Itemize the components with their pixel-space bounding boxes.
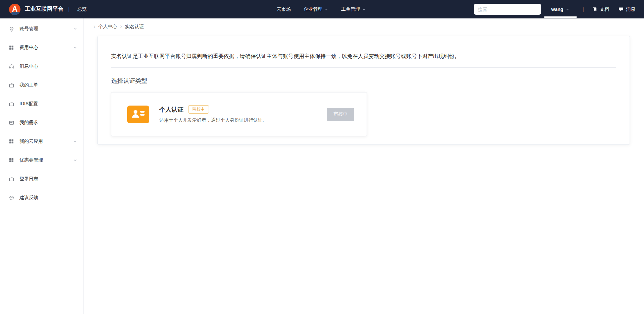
personal-auth-card[interactable]: 个人认证 审核中 适用于个人开发爱好者，通过个人身份证进行认证。 审核中: [111, 92, 367, 136]
nav-item-label: 云市场: [277, 6, 291, 12]
nav-link-docs[interactable]: 文档: [592, 6, 609, 12]
sidebar-item-account-management[interactable]: 账号管理: [0, 19, 84, 38]
chevron-down-icon: [566, 7, 570, 11]
auth-card-description: 适用于个人开发爱好者，通过个人身份证进行认证。: [159, 117, 327, 123]
logo-letter: A: [9, 4, 20, 15]
chevron-down-icon: [73, 46, 77, 50]
sidebar-item-label: 我的工单: [19, 82, 38, 88]
sidebar: 账号管理费用中心消息中心我的工单IDIS配置我的需求我的云应用优惠券管理登录日志…: [0, 18, 84, 314]
chevron-down-icon: [362, 7, 366, 11]
briefcase-icon: [8, 82, 14, 88]
navbar-links: 文档消息: [592, 0, 635, 18]
briefcase-icon: [8, 101, 14, 107]
message-icon: [619, 7, 624, 12]
sidebar-item-label: 优惠券管理: [19, 157, 43, 163]
sidebar-item-message-center[interactable]: 消息中心: [0, 57, 84, 76]
nav-link-label: 消息: [626, 6, 635, 12]
under-review-button[interactable]: 审核中: [327, 108, 354, 121]
navbar-brand-group: A 工业互联网平台 | 总览: [9, 0, 87, 18]
section-title: 选择认证类型: [111, 77, 616, 85]
breadcrumb-link[interactable]: 个人中心: [98, 24, 117, 30]
sidebar-item-my-tickets[interactable]: 我的工单: [0, 76, 84, 95]
chevron-right-icon: ›: [94, 24, 95, 29]
location-pin-icon: [8, 26, 14, 32]
grid-icon: [8, 138, 14, 144]
nav-link-label: 文档: [600, 6, 609, 12]
breadcrumb: ›个人中心›实名认证: [94, 23, 644, 30]
search-input[interactable]: [474, 4, 541, 15]
sidebar-item-billing-center[interactable]: 费用中心: [0, 38, 84, 57]
main-content: ›个人中心›实名认证 实名认证是工业互联网平台账号归属判断的重要依据，请确保认证…: [84, 0, 644, 145]
divider: |: [68, 7, 70, 12]
sidebar-item-coupon-management[interactable]: 优惠券管理: [0, 151, 84, 170]
nav-item-label: 工单管理: [341, 6, 360, 12]
nav-item-ticket-management[interactable]: 工单管理: [341, 6, 366, 12]
chevron-right-icon: ›: [120, 24, 122, 29]
sidebar-item-label: 我的云应用: [19, 138, 43, 144]
sidebar-item-label: 账号管理: [19, 26, 38, 32]
chevron-down-icon: [73, 27, 77, 31]
auth-card-title: 个人认证: [159, 106, 183, 114]
nav-item-enterprise-management[interactable]: 企业管理: [304, 6, 328, 12]
sidebar-item-label: 费用中心: [19, 45, 38, 51]
auth-card-body: 个人认证 审核中 适用于个人开发爱好者，通过个人身份证进行认证。: [159, 105, 327, 123]
headset-icon: [8, 63, 14, 69]
id-card-icon: [127, 106, 149, 123]
top-navbar: A 工业互联网平台 | 总览 云市场企业管理工单管理 wang | 文档消息: [0, 0, 644, 18]
sidebar-item-feedback[interactable]: 建议反馈: [0, 188, 84, 207]
chevron-down-icon: [324, 7, 328, 11]
sidebar-item-my-cloud-apps[interactable]: 我的云应用: [0, 132, 84, 151]
card-icon: [8, 120, 14, 126]
book-icon: [592, 7, 597, 12]
sidebar-item-login-logs[interactable]: 登录日志: [0, 170, 84, 188]
platform-logo-icon: A: [9, 4, 20, 15]
grid-icon: [8, 157, 14, 163]
sidebar-item-label: 消息中心: [19, 63, 38, 69]
sidebar-item-label: 登录日志: [19, 176, 38, 182]
status-badge: 审核中: [188, 105, 209, 114]
verification-intro-text: 实名认证是工业互联网平台账号归属判断的重要依据，请确保认证主体与账号使用主体保持…: [111, 52, 616, 68]
sidebar-item-idis-config[interactable]: IDIS配置: [0, 95, 84, 113]
briefcase-icon: [8, 176, 14, 182]
nav-item-label: 企业管理: [304, 6, 322, 12]
nav-item-cloud-market[interactable]: 云市场: [277, 6, 291, 12]
breadcrumb-current: 实名认证: [125, 24, 144, 30]
username: wang: [551, 7, 564, 12]
sidebar-item-label: 我的需求: [19, 120, 38, 126]
feedback-icon: [8, 195, 14, 201]
chevron-down-icon: [73, 139, 77, 143]
divider: |: [583, 0, 584, 18]
nav-item-overview[interactable]: 总览: [77, 6, 87, 12]
nav-link-messages[interactable]: 消息: [619, 6, 635, 12]
chevron-down-icon: [73, 158, 77, 162]
user-menu[interactable]: wang: [544, 0, 577, 18]
grid-icon: [8, 45, 14, 51]
sidebar-item-my-requirements[interactable]: 我的需求: [0, 113, 84, 132]
verification-panel: 实名认证是工业互联网平台账号归属判断的重要依据，请确保认证主体与账号使用主体保持…: [97, 36, 630, 145]
sidebar-item-label: IDIS配置: [19, 101, 38, 107]
sidebar-item-label: 建议反馈: [19, 195, 38, 201]
platform-title: 工业互联网平台: [25, 6, 64, 13]
navbar-menu: 云市场企业管理工单管理: [277, 0, 366, 18]
